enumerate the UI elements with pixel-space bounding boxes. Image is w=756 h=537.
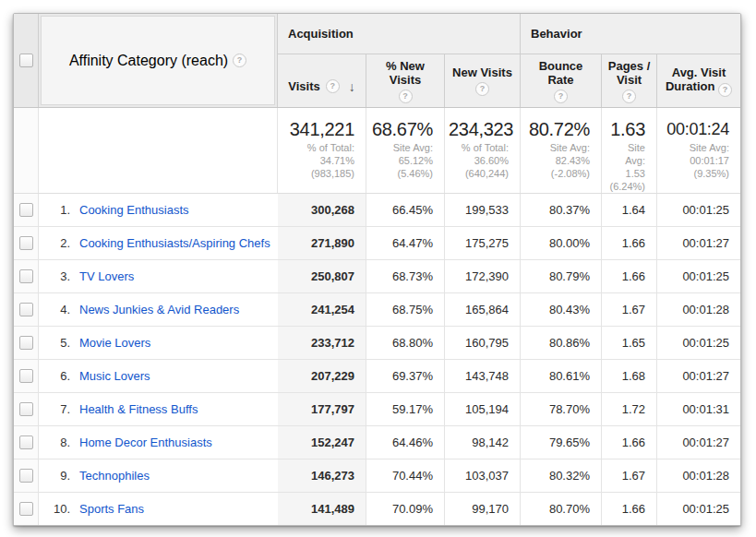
row-rank: 9. [39, 469, 70, 483]
row-checkbox-cell [14, 360, 39, 392]
category-link[interactable]: Technophiles [79, 469, 150, 483]
summary-pages-visit-value: 1.63 [606, 118, 645, 140]
help-icon[interactable]: ? [554, 90, 568, 103]
help-icon[interactable]: ? [622, 90, 636, 103]
cell-avg-duration: 00:01:27 [656, 426, 740, 459]
section-acquisition-label: Acquisition [288, 27, 354, 41]
row-checkbox-cell [14, 393, 39, 425]
table-row: 4. News Junkies & Avid Readers 241,254 6… [14, 292, 740, 326]
cell-new-visits: 143,748 [444, 360, 520, 392]
row-dimension-cell: 8. Home Decor Enthusiasts [39, 426, 278, 459]
summary-row: 341,221 % of Total: 34.71% (983,185) 68.… [14, 108, 740, 194]
summary-checkbox-cell [14, 108, 39, 193]
row-checkbox[interactable] [19, 336, 33, 350]
cell-visits: 241,254 [278, 293, 366, 326]
table-row: 10. Sports Fans 141,489 70.09% 99,170 80… [14, 492, 740, 525]
cell-new-visits: 175,275 [444, 227, 520, 259]
row-rank: 3. [39, 269, 70, 283]
cell-avg-duration: 00:01:27 [656, 227, 740, 259]
cell-avg-duration: 00:01:25 [656, 327, 740, 359]
row-checkbox[interactable] [19, 502, 33, 516]
cell-avg-duration: 00:01:25 [656, 493, 740, 525]
sort-descending-icon[interactable]: ↓ [349, 81, 355, 93]
help-icon[interactable]: ? [233, 54, 246, 67]
cell-pct-new-visits: 68.80% [366, 327, 444, 359]
cell-pages-visit: 1.66 [601, 493, 656, 525]
category-link[interactable]: Music Lovers [79, 369, 150, 383]
new-visits-header-label: New Visits [452, 66, 512, 79]
cell-pages-visit: 1.66 [601, 426, 656, 459]
category-link[interactable]: TV Lovers [79, 269, 134, 283]
row-checkbox-cell [14, 327, 39, 359]
visits-header-label: Visits [288, 79, 319, 93]
table-row: 7. Health & Fitness Buffs 177,797 59.17%… [14, 392, 740, 425]
category-link[interactable]: News Junkies & Avid Readers [79, 303, 239, 316]
cell-pct-new-visits: 68.73% [366, 260, 444, 292]
cell-bounce-rate: 80.37% [520, 194, 601, 226]
row-checkbox-cell [14, 293, 39, 326]
column-header-bounce-rate[interactable]: Bounce Rate ? [520, 54, 601, 107]
cell-bounce-rate: 80.43% [520, 293, 601, 326]
column-header-pct-new-visits[interactable]: % New Visits ? [366, 54, 444, 107]
table-row: 2. Cooking Enthusiasts/Aspiring Chefs 27… [14, 226, 740, 259]
cell-bounce-rate: 80.61% [520, 360, 601, 392]
select-all-cell [14, 14, 39, 107]
row-rank: 10. [39, 502, 70, 516]
summary-new-visits-sub: % of Total: 36.60% (640,244) [449, 141, 509, 180]
table-header: Affinity Category (reach) ? Acquisition … [14, 14, 740, 108]
help-icon[interactable]: ? [326, 79, 340, 93]
column-header-pages-visit[interactable]: Pages / Visit ? [601, 54, 656, 107]
row-checkbox[interactable] [19, 269, 33, 283]
row-checkbox[interactable] [19, 436, 33, 449]
cell-visits: 207,229 [278, 360, 366, 392]
cell-visits: 250,807 [278, 260, 366, 292]
row-dimension-cell: 6. Music Lovers [39, 360, 278, 392]
help-icon[interactable]: ? [718, 83, 732, 97]
section-behavior-label: Behavior [531, 27, 582, 41]
summary-pages-visit: 1.63 Site Avg: 1.53 (6.24%) [601, 108, 656, 193]
help-icon[interactable]: ? [475, 82, 489, 96]
summary-new-visits-value: 234,323 [449, 118, 509, 140]
row-checkbox[interactable] [19, 369, 33, 383]
row-rank: 2. [39, 236, 70, 250]
summary-dimension-cell [39, 108, 278, 193]
column-header-new-visits[interactable]: New Visits ? [444, 54, 520, 107]
cell-visits: 146,273 [278, 459, 366, 492]
column-header-avg-visit-duration[interactable]: Avg. Visit Duration ? [656, 54, 740, 107]
cell-avg-duration: 00:01:31 [656, 393, 740, 425]
cell-avg-duration: 00:01:28 [656, 293, 740, 326]
cell-avg-duration: 00:01:27 [656, 360, 740, 392]
cell-pages-visit: 1.67 [601, 293, 656, 326]
cell-pages-visit: 1.64 [601, 194, 656, 226]
row-rank: 4. [39, 303, 70, 316]
pages-visit-header-label: Pages / Visit [606, 59, 653, 87]
row-checkbox[interactable] [19, 236, 33, 250]
cell-pct-new-visits: 68.75% [366, 293, 444, 326]
row-rank: 7. [39, 402, 70, 416]
row-checkbox[interactable] [19, 203, 33, 217]
cell-bounce-rate: 80.00% [520, 227, 601, 259]
cell-new-visits: 105,194 [444, 393, 520, 425]
cell-pct-new-visits: 66.45% [366, 194, 444, 226]
category-link[interactable]: Health & Fitness Buffs [79, 402, 198, 416]
category-link[interactable]: Cooking Enthusiasts/Aspiring Chefs [79, 236, 270, 250]
affinity-category-table: Affinity Category (reach) ? Acquisition … [13, 13, 741, 526]
category-link[interactable]: Movie Lovers [79, 336, 150, 350]
row-checkbox[interactable] [19, 402, 33, 416]
row-dimension-cell: 1. Cooking Enthusiasts [39, 194, 278, 226]
category-link[interactable]: Home Decor Enthusiasts [79, 436, 212, 449]
table-row: 9. Technophiles 146,273 70.44% 103,037 8… [14, 459, 740, 492]
category-link[interactable]: Cooking Enthusiasts [79, 203, 189, 217]
help-icon[interactable]: ? [399, 90, 413, 103]
column-header-visits[interactable]: Visits ? ↓ [278, 54, 366, 107]
select-all-checkbox[interactable] [19, 54, 33, 67]
cell-visits: 152,247 [278, 426, 366, 459]
dimension-header-panel[interactable]: Affinity Category (reach) ? [41, 16, 275, 105]
summary-pct-new-visits-value: 68.67% [370, 118, 433, 140]
row-checkbox[interactable] [19, 469, 33, 483]
cell-bounce-rate: 79.65% [520, 426, 601, 459]
row-checkbox[interactable] [19, 303, 33, 316]
row-rank: 1. [39, 203, 70, 217]
row-checkbox-cell [14, 459, 39, 492]
category-link[interactable]: Sports Fans [79, 502, 144, 516]
